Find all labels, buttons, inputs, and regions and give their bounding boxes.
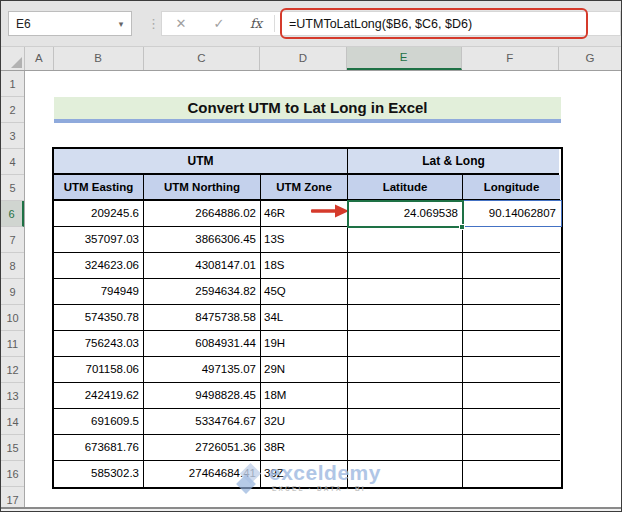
table-row: 794949 2594634.82 45Q (54, 279, 561, 305)
header-utm-zone[interactable]: UTM Zone (261, 175, 348, 201)
cell-E9[interactable] (348, 279, 463, 305)
group-header-utm[interactable]: UTM (54, 149, 348, 175)
cell-C16[interactable]: 27464684.41 (144, 461, 261, 487)
header-latitude[interactable]: Latitude (348, 175, 463, 201)
cell-B11[interactable]: 756243.03 (54, 331, 144, 357)
cell-D7[interactable]: 13S (261, 227, 348, 253)
cell-E10[interactable] (348, 305, 463, 331)
cell-F12[interactable] (463, 357, 560, 383)
cell-D8[interactable]: 18S (261, 253, 348, 279)
fill-handle[interactable] (459, 224, 465, 230)
table-row: 209245.6 2664886.02 46R 24.069538 90.140… (54, 201, 561, 227)
header-utm-easting[interactable]: UTM Easting (54, 175, 144, 201)
cell-F6[interactable]: 90.14062807 (463, 201, 560, 227)
cell-D10[interactable]: 34L (261, 305, 348, 331)
column-header-c[interactable]: C (144, 47, 261, 70)
cell-D15[interactable]: 38R (261, 435, 348, 461)
cell-F9[interactable] (463, 279, 560, 305)
enter-icon[interactable]: ✓ (200, 16, 238, 31)
cell-E14[interactable] (348, 409, 463, 435)
cell-E8[interactable] (348, 253, 463, 279)
row-header-11[interactable]: 11 (1, 331, 24, 357)
row-header-4[interactable]: 4 (1, 149, 24, 175)
cell-B14[interactable]: 691609.5 (54, 409, 144, 435)
row-header-12[interactable]: 12 (1, 357, 24, 383)
row-header-6[interactable]: 6 (1, 201, 24, 227)
cell-F10[interactable] (463, 305, 560, 331)
cell-C11[interactable]: 6084931.44 (144, 331, 261, 357)
formula-bar[interactable]: ✕ ✓ fx =UTMToLatLong($B6, $C6, $D6) (161, 11, 621, 36)
cell-D14[interactable]: 32U (261, 409, 348, 435)
column-header-f[interactable]: F (462, 47, 560, 70)
row-header-10[interactable]: 10 (1, 305, 24, 331)
column-header-e[interactable]: E (347, 47, 462, 70)
cell-C6[interactable]: 2664886.02 (144, 201, 261, 227)
row-header-16[interactable]: 16 (1, 461, 24, 487)
cell-C15[interactable]: 2726051.36 (144, 435, 261, 461)
cell-E15[interactable] (348, 435, 463, 461)
column-header-row: A B C D E F G (1, 47, 621, 71)
name-box-dropdown-icon[interactable]: ▾ (111, 19, 131, 29)
row-header-15[interactable]: 15 (1, 435, 24, 461)
select-all-corner[interactable] (1, 47, 25, 70)
cell-D9[interactable]: 45Q (261, 279, 348, 305)
column-header-a[interactable]: A (25, 47, 54, 70)
group-header-lat-long[interactable]: Lat & Long (348, 149, 559, 175)
cancel-icon[interactable]: ✕ (162, 16, 200, 31)
cell-B12[interactable]: 701158.06 (54, 357, 144, 383)
cell-B7[interactable]: 357097.03 (54, 227, 144, 253)
title-banner-cell[interactable]: Convert UTM to Lat Long in Excel (54, 97, 561, 123)
cell-F7[interactable] (463, 227, 560, 253)
cell-C8[interactable]: 4308147.01 (144, 253, 261, 279)
cell-D13[interactable]: 18M (261, 383, 348, 409)
cell-D12[interactable]: 29N (261, 357, 348, 383)
excel-window: E6 ▾ ⋮ ✕ ✓ fx =UTMToLatLong($B6, $C6, $D… (0, 0, 622, 512)
row-header-1[interactable]: 1 (1, 71, 24, 97)
cell-B15[interactable]: 673681.76 (54, 435, 144, 461)
row-header-2[interactable]: 2 (1, 97, 24, 123)
column-header-b[interactable]: B (54, 47, 144, 70)
formula-input[interactable]: =UTMToLatLong($B6, $C6, $D6) (289, 17, 472, 31)
name-box[interactable]: E6 ▾ (8, 11, 132, 36)
row-header-14[interactable]: 14 (1, 409, 24, 435)
cell-D16[interactable]: 39Z (261, 461, 348, 487)
cell-F16[interactable] (463, 461, 560, 487)
row-header-9[interactable]: 9 (1, 279, 24, 305)
cell-C10[interactable]: 8475738.58 (144, 305, 261, 331)
cell-F14[interactable] (463, 409, 560, 435)
cell-E6[interactable]: 24.069538 (348, 201, 463, 227)
cell-F15[interactable] (463, 435, 560, 461)
cell-B16[interactable]: 585302.3 (54, 461, 144, 487)
cell-D11[interactable]: 19H (261, 331, 348, 357)
cell-C9[interactable]: 2594634.82 (144, 279, 261, 305)
cell-E13[interactable] (348, 383, 463, 409)
column-header-d[interactable]: D (260, 47, 347, 70)
cell-C14[interactable]: 5334764.67 (144, 409, 261, 435)
row-header-13[interactable]: 13 (1, 383, 24, 409)
table-header-row: UTM Easting UTM Northing UTM Zone Latitu… (54, 175, 561, 201)
cell-E16[interactable] (348, 461, 463, 487)
row-header-7[interactable]: 7 (1, 227, 24, 253)
cell-B9[interactable]: 794949 (54, 279, 144, 305)
cell-B8[interactable]: 324623.06 (54, 253, 144, 279)
insert-function-icon[interactable]: fx (238, 16, 274, 31)
cell-E12[interactable] (348, 357, 463, 383)
cell-F8[interactable] (463, 253, 560, 279)
row-header-3[interactable]: 3 (1, 123, 24, 149)
column-header-g[interactable]: G (559, 47, 621, 70)
row-header-8[interactable]: 8 (1, 253, 24, 279)
red-arrow-icon (311, 204, 349, 218)
header-utm-northing[interactable]: UTM Northing (144, 175, 261, 201)
cell-B10[interactable]: 574350.78 (54, 305, 144, 331)
cell-E11[interactable] (348, 331, 463, 357)
cell-F13[interactable] (463, 383, 560, 409)
cell-F11[interactable] (463, 331, 560, 357)
header-longitude[interactable]: Longitude (463, 175, 560, 201)
cell-B13[interactable]: 242419.62 (54, 383, 144, 409)
cell-C12[interactable]: 497135.07 (144, 357, 261, 383)
cell-E7[interactable] (348, 227, 463, 253)
cell-B6[interactable]: 209245.6 (54, 201, 144, 227)
cell-C7[interactable]: 3866306.45 (144, 227, 261, 253)
row-header-5[interactable]: 5 (1, 175, 24, 201)
cell-C13[interactable]: 9498828.45 (144, 383, 261, 409)
